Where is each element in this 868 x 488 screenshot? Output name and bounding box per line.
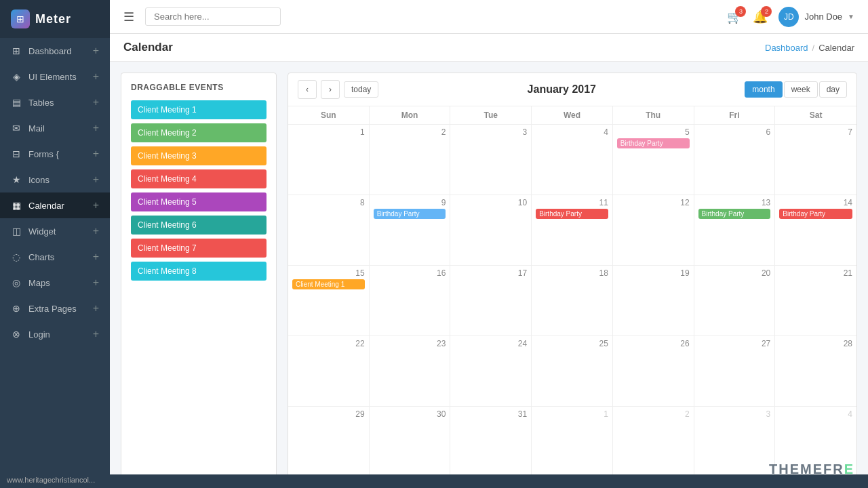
cal-cell-w1d4[interactable]: 4 <box>532 125 613 195</box>
cal-cell-w4d4[interactable]: 25 <box>532 336 613 406</box>
draggable-event-7[interactable]: Client Meeting 7 <box>131 239 267 258</box>
draggable-event-4[interactable]: Client Meeting 4 <box>131 169 267 188</box>
view-month-button[interactable]: month <box>745 81 782 98</box>
sidebar-label-icons: Icons <box>28 175 50 185</box>
cal-cell-w2d2[interactable]: 9Birthday Party <box>370 195 451 265</box>
menu-toggle-icon[interactable]: ☰ <box>123 9 134 24</box>
add-mail-icon[interactable]: + <box>93 122 99 134</box>
view-day-button[interactable]: day <box>819 81 847 98</box>
cal-date-label: 10 <box>454 198 527 207</box>
cal-cell-w2d1[interactable]: 8 <box>288 195 370 265</box>
avatar: JD <box>778 7 799 27</box>
cal-cell-w2d6[interactable]: 13Birthday Party <box>694 195 776 265</box>
cal-cell-w2d5[interactable]: 12 <box>613 195 694 265</box>
cal-date-label: 31 <box>454 409 527 419</box>
cal-cell-w2d4[interactable]: 11Birthday Party <box>532 195 613 265</box>
forms-nav-icon: ⊟ <box>11 148 22 159</box>
cal-cell-w2d7[interactable]: 14Birthday Party <box>775 195 856 265</box>
cal-event-0[interactable]: Birthday Party <box>698 209 771 219</box>
chevron-down-icon: ▼ <box>848 13 854 20</box>
cal-cell-w4d1[interactable]: 22 <box>288 336 370 406</box>
sidebar-item-login[interactable]: ⊗ Login + <box>0 321 110 347</box>
add-tables-icon[interactable]: + <box>93 96 99 108</box>
cal-date-label: 28 <box>779 339 852 348</box>
sidebar-item-widget[interactable]: ◫ Widget + <box>0 218 110 244</box>
add-ui-elements-icon[interactable]: + <box>93 70 99 83</box>
cal-cell-w5d4[interactable]: 1 <box>532 407 613 476</box>
day-header-wed: Wed <box>532 106 613 124</box>
sidebar-item-extra-pages[interactable]: ⊕ Extra Pages + <box>0 296 110 321</box>
cal-cell-w4d6[interactable]: 27 <box>694 336 776 406</box>
add-maps-icon[interactable]: + <box>93 277 99 289</box>
sidebar-item-calendar[interactable]: ▦ Calendar + <box>0 192 110 218</box>
add-widget-icon[interactable]: + <box>93 225 99 237</box>
cal-cell-w5d6[interactable]: 3 <box>694 407 776 476</box>
cal-cell-w1d2[interactable]: 2 <box>370 125 451 195</box>
add-dashboard-icon[interactable]: + <box>93 45 99 57</box>
cal-cell-w2d3[interactable]: 10 <box>450 195 532 265</box>
breadcrumb-dashboard[interactable]: Dashboard <box>765 43 808 53</box>
sidebar-item-forms[interactable]: ⊟ Forms { + <box>0 141 110 167</box>
cal-event-0[interactable]: Birthday Party <box>779 209 852 219</box>
cal-cell-w1d5[interactable]: 5Birthday Party <box>613 125 694 195</box>
draggable-event-1[interactable]: Client Meeting 1 <box>131 100 267 119</box>
page-header: Calendar Dashboard / Calendar <box>110 34 868 62</box>
add-icons-icon[interactable]: + <box>93 174 99 186</box>
calendar-week-2: 89Birthday Party1011Birthday Party1213Bi… <box>288 195 856 266</box>
sidebar-label-charts: Charts <box>28 252 54 262</box>
cal-cell-w1d6[interactable]: 6 <box>694 125 776 195</box>
add-calendar-icon[interactable]: + <box>93 199 99 211</box>
cal-cell-w3d7[interactable]: 21 <box>775 266 856 336</box>
draggable-event-6[interactable]: Client Meeting 6 <box>131 216 267 235</box>
search-input[interactable] <box>145 7 281 26</box>
cal-cell-w3d5[interactable]: 19 <box>613 266 694 336</box>
view-week-button[interactable]: week <box>784 81 818 98</box>
cal-cell-w4d7[interactable]: 28 <box>775 336 856 406</box>
cal-cell-w4d5[interactable]: 26 <box>613 336 694 406</box>
calendar-month-title: January 2017 <box>382 83 741 96</box>
sidebar-item-mail[interactable]: ✉ Mail + <box>0 115 110 141</box>
sidebar-item-icons[interactable]: ★ Icons + <box>0 167 110 192</box>
sidebar-item-ui-elements[interactable]: ◈ UI Elements + <box>0 64 110 89</box>
sidebar-item-maps[interactable]: ◎ Maps + <box>0 270 110 296</box>
cal-event-0[interactable]: Birthday Party <box>374 209 446 219</box>
cal-cell-w3d4[interactable]: 18 <box>532 266 613 336</box>
cal-cell-w3d6[interactable]: 20 <box>694 266 776 336</box>
cal-date-label: 13 <box>698 198 771 207</box>
cal-cell-w3d1[interactable]: 15Client Meeting 1 <box>288 266 370 336</box>
cal-event-0[interactable]: Birthday Party <box>617 138 690 148</box>
draggable-event-3[interactable]: Client Meeting 3 <box>131 146 267 165</box>
cal-cell-w1d7[interactable]: 7 <box>775 125 856 195</box>
sidebar-item-tables[interactable]: ▤ Tables + <box>0 89 110 115</box>
cal-cell-w1d3[interactable]: 3 <box>450 125 532 195</box>
next-month-button[interactable]: › <box>321 80 340 99</box>
today-button[interactable]: today <box>344 81 378 98</box>
cal-cell-w5d5[interactable]: 2 <box>613 407 694 476</box>
add-charts-icon[interactable]: + <box>93 251 99 263</box>
cal-event-0[interactable]: Client Meeting 1 <box>292 279 365 289</box>
cal-cell-w5d2[interactable]: 30 <box>370 407 451 476</box>
cal-cell-w5d1[interactable]: 29 <box>288 407 370 476</box>
widget-nav-icon: ◫ <box>11 226 22 237</box>
user-menu[interactable]: JD John Doe ▼ <box>778 7 854 27</box>
sidebar-item-charts[interactable]: ◌ Charts + <box>0 244 110 270</box>
cal-cell-w3d2[interactable]: 16 <box>370 266 451 336</box>
add-extra-pages-icon[interactable]: + <box>93 302 99 314</box>
cal-event-0[interactable]: Birthday Party <box>536 209 608 219</box>
cal-cell-w4d2[interactable]: 23 <box>370 336 451 406</box>
add-forms-icon[interactable]: + <box>93 148 99 160</box>
notifications-button[interactable]: 🔔 2 <box>753 9 768 24</box>
cal-cell-w1d1[interactable]: 1 <box>288 125 370 195</box>
cal-cell-w4d3[interactable]: 24 <box>450 336 532 406</box>
draggable-event-5[interactable]: Client Meeting 5 <box>131 192 267 211</box>
add-login-icon[interactable]: + <box>93 328 99 340</box>
cal-cell-w5d3[interactable]: 31 <box>450 407 532 476</box>
cal-date-label: 18 <box>536 268 608 278</box>
draggable-event-2[interactable]: Client Meeting 2 <box>131 123 267 142</box>
draggable-event-8[interactable]: Client Meeting 8 <box>131 262 267 281</box>
sidebar-label-maps: Maps <box>28 278 50 288</box>
prev-month-button[interactable]: ‹ <box>298 80 317 99</box>
cal-cell-w3d3[interactable]: 17 <box>450 266 532 336</box>
sidebar-item-dashboard[interactable]: ⊞ Dashboard + <box>0 38 110 64</box>
shopping-cart-button[interactable]: 🛒 3 <box>727 9 742 24</box>
